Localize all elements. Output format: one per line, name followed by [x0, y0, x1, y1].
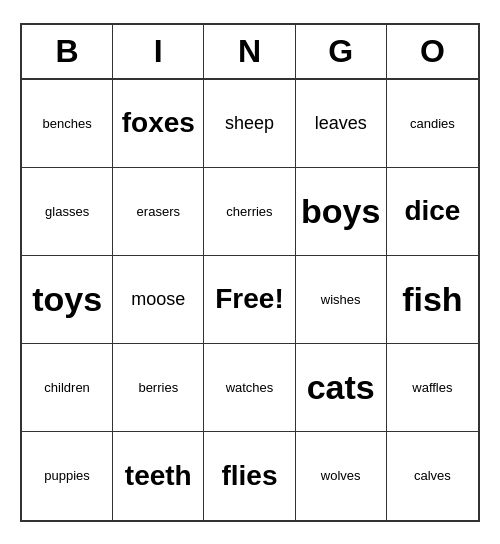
cell-text: wishes [321, 292, 361, 307]
cell-text: moose [131, 289, 185, 310]
cell-text: erasers [137, 204, 180, 219]
grid-cell: children [22, 344, 113, 432]
cell-text: candies [410, 116, 455, 131]
grid-cell: toys [22, 256, 113, 344]
grid-cell: puppies [22, 432, 113, 520]
grid-cell: foxes [113, 80, 204, 168]
grid-cell: teeth [113, 432, 204, 520]
cell-text: waffles [412, 380, 452, 395]
grid-cell: cats [296, 344, 387, 432]
grid-cell: cherries [204, 168, 295, 256]
grid-cell: watches [204, 344, 295, 432]
grid-cell: erasers [113, 168, 204, 256]
cell-text: berries [138, 380, 178, 395]
bingo-card: BINGO benchesfoxessheepleavescandiesglas… [20, 23, 480, 522]
cell-text: glasses [45, 204, 89, 219]
cell-text: boys [301, 192, 380, 231]
cell-text: dice [404, 195, 460, 227]
grid-cell: benches [22, 80, 113, 168]
header-letter: I [113, 25, 204, 78]
grid-cell: calves [387, 432, 478, 520]
cell-text: benches [43, 116, 92, 131]
header-letter: N [204, 25, 295, 78]
cell-text: foxes [122, 107, 195, 139]
grid-cell: sheep [204, 80, 295, 168]
grid-cell: Free! [204, 256, 295, 344]
grid-cell: candies [387, 80, 478, 168]
cell-text: leaves [315, 113, 367, 134]
grid-cell: waffles [387, 344, 478, 432]
grid-cell: wolves [296, 432, 387, 520]
cell-text: puppies [44, 468, 90, 483]
grid-cell: boys [296, 168, 387, 256]
bingo-grid: benchesfoxessheepleavescandiesglassesera… [22, 80, 478, 520]
grid-cell: dice [387, 168, 478, 256]
header-letter: G [296, 25, 387, 78]
cell-text: children [44, 380, 90, 395]
cell-text: watches [226, 380, 274, 395]
cell-text: Free! [215, 283, 283, 315]
cell-text: fish [402, 280, 462, 319]
bingo-header: BINGO [22, 25, 478, 80]
grid-cell: leaves [296, 80, 387, 168]
cell-text: cats [307, 368, 375, 407]
grid-cell: flies [204, 432, 295, 520]
grid-cell: fish [387, 256, 478, 344]
header-letter: B [22, 25, 113, 78]
cell-text: calves [414, 468, 451, 483]
grid-cell: moose [113, 256, 204, 344]
cell-text: cherries [226, 204, 272, 219]
grid-cell: berries [113, 344, 204, 432]
grid-cell: glasses [22, 168, 113, 256]
cell-text: flies [221, 460, 277, 492]
grid-cell: wishes [296, 256, 387, 344]
cell-text: toys [32, 280, 102, 319]
cell-text: teeth [125, 460, 192, 492]
cell-text: sheep [225, 113, 274, 134]
header-letter: O [387, 25, 478, 78]
cell-text: wolves [321, 468, 361, 483]
